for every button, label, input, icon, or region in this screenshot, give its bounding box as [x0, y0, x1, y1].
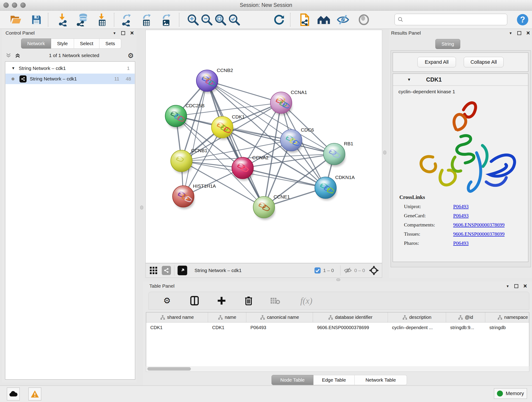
control-panel: Control Panel ▼ × Network Style Select S…: [2, 29, 137, 382]
cloud-status-button[interactable]: [7, 388, 20, 400]
cloud-icon: [9, 390, 18, 397]
table-hscrollbar[interactable]: [146, 366, 529, 372]
tab-style[interactable]: Style: [51, 38, 74, 49]
expand-all-button[interactable]: Expand All: [418, 57, 456, 67]
save-session-button[interactable]: [29, 12, 44, 27]
tab-sets[interactable]: Sets: [99, 38, 121, 49]
table-cell[interactable]: 9606.ENSP00000378699: [313, 322, 388, 332]
splitter-handle[interactable]: [140, 206, 143, 210]
network-canvas[interactable]: CCNB2CCNA1CDC25BCDK1CDC6RB1CCNB1CCNA2CDK…: [146, 30, 382, 263]
results-panel-close-button[interactable]: ×: [526, 31, 530, 35]
toolbar-separator: [340, 265, 341, 275]
show-view-button[interactable]: [356, 12, 371, 27]
status-bar: Memory: [0, 385, 532, 402]
tab-string[interactable]: String: [435, 39, 460, 49]
crosslink-label: Pharos:: [404, 240, 453, 246]
grid-view-icon[interactable]: [149, 266, 158, 274]
export-image-button[interactable]: [158, 12, 174, 27]
function-builder-icon[interactable]: f(x): [300, 296, 312, 306]
control-panel-close-button[interactable]: ×: [130, 31, 134, 35]
table-options-gear-icon[interactable]: ⚙: [163, 296, 171, 306]
add-column-icon[interactable]: [217, 296, 226, 306]
import-network-database-button[interactable]: [75, 12, 90, 27]
node-label: CCNA2: [252, 155, 268, 160]
home-button[interactable]: [316, 12, 331, 27]
crosslink-value-link[interactable]: 9606.ENSP00000378699: [453, 231, 505, 237]
export-image-icon: [160, 13, 172, 26]
table-row[interactable]: CDK1CDK1P064939606.ENSP00000378699cyclin…: [146, 322, 529, 332]
fit-selected-crosshair-icon[interactable]: [369, 266, 379, 275]
delete-table-icon[interactable]: [270, 297, 280, 305]
tab-edge-table[interactable]: Edge Table: [313, 375, 355, 385]
results-panel-menu-caret[interactable]: ▼: [509, 31, 512, 35]
column-header-namespace[interactable]: namespace: [485, 313, 529, 322]
selected-checkbox-icon[interactable]: [314, 267, 321, 274]
table-panel-close-button[interactable]: ×: [523, 284, 527, 288]
import-network-file-button[interactable]: [56, 12, 71, 27]
zoom-in-button[interactable]: [185, 12, 201, 27]
search-input[interactable]: [394, 14, 507, 25]
table-panel-float-button[interactable]: [514, 284, 518, 288]
control-panel-menu-caret[interactable]: ▼: [113, 31, 116, 35]
open-session-button[interactable]: [8, 12, 23, 27]
delete-column-trash-icon[interactable]: [244, 296, 253, 306]
hide-selected-button[interactable]: [336, 12, 351, 27]
collapse-all-chevrons-icon[interactable]: [6, 52, 12, 58]
help-button[interactable]: ?: [515, 12, 530, 27]
table-cell[interactable]: P06493: [246, 322, 313, 332]
crosslink-value-link[interactable]: P06493: [453, 204, 469, 210]
table-hscrollbar-thumb[interactable]: [147, 367, 191, 370]
zoom-in-icon: [187, 13, 199, 26]
column-header-description[interactable]: description: [388, 313, 446, 322]
tab-select[interactable]: Select: [74, 38, 99, 49]
table-cell[interactable]: stringdb: [485, 322, 529, 332]
splitter-handle[interactable]: [383, 151, 386, 154]
zoom-out-button[interactable]: [199, 12, 214, 27]
export-table-button[interactable]: [139, 12, 154, 27]
warnings-button[interactable]: [28, 388, 41, 400]
column-header-shared-name[interactable]: shared name: [146, 313, 208, 322]
refresh-button[interactable]: [272, 12, 287, 27]
collapse-all-button[interactable]: Collapse All: [464, 57, 504, 67]
network-graph[interactable]: CCNB2CCNA1CDC25BCDK1CDC6RB1CCNB1CCNA2CDK…: [146, 30, 382, 263]
tree-expander-icon[interactable]: ▼: [12, 66, 15, 70]
crosslink-value-link[interactable]: P06493: [453, 240, 469, 246]
column-header--id[interactable]: @id: [446, 313, 485, 322]
crosslink-value-link[interactable]: 9606.ENSP00000378699: [453, 222, 505, 228]
zoom-fit-button[interactable]: [213, 12, 228, 27]
splitter-handle[interactable]: [336, 279, 340, 281]
crosslink-row: Tissues:9606.ENSP00000378699: [399, 231, 528, 237]
crosslink-label: Uniprot:: [404, 204, 453, 210]
zoom-selected-button[interactable]: [227, 12, 242, 27]
network-type-icon: [19, 75, 27, 83]
tab-network[interactable]: Network: [21, 38, 51, 49]
table-panel-menu-caret[interactable]: ▼: [506, 284, 509, 288]
hidden-eye-slash-icon[interactable]: [344, 267, 352, 274]
network-tree-row-selected[interactable]: String Network – cdk1 11 48: [6, 74, 135, 84]
network-view-icon[interactable]: [162, 266, 171, 275]
birdseye-view-icon[interactable]: [177, 266, 187, 275]
show-columns-icon[interactable]: [190, 296, 199, 306]
table-cell[interactable]: CDK1: [146, 322, 208, 332]
protein-card-expander-icon[interactable]: ▼: [407, 77, 411, 82]
column-header-database-identifier[interactable]: database identifier: [313, 313, 388, 322]
memory-button[interactable]: Memory: [494, 388, 527, 399]
network-options-gear-icon[interactable]: ⚙: [128, 51, 134, 60]
column-header-name[interactable]: name: [208, 313, 246, 322]
expand-all-chevrons-icon[interactable]: [15, 52, 21, 58]
node-table[interactable]: shared namenamecanonical namedatabase id…: [146, 312, 529, 372]
column-header-canonical-name[interactable]: canonical name: [246, 313, 313, 322]
table-cell[interactable]: stringdb:9...: [446, 322, 485, 332]
results-panel-float-button[interactable]: [517, 31, 521, 35]
crosslink-value-link[interactable]: P06493: [453, 213, 469, 219]
tab-network-table[interactable]: Network Table: [355, 375, 407, 385]
export-network-button[interactable]: [119, 12, 134, 27]
tab-node-table[interactable]: Node Table: [272, 375, 313, 385]
control-panel-float-button[interactable]: [121, 31, 125, 35]
open-network-file-button[interactable]: [297, 12, 312, 27]
network-tree-root-row[interactable]: ▼ String Network – cdk1 1: [6, 63, 135, 74]
table-cell[interactable]: cyclin–dependent ...: [388, 322, 446, 332]
table-cell[interactable]: CDK1: [208, 322, 246, 332]
database-network-icon: [76, 13, 89, 26]
import-table-button[interactable]: [95, 12, 110, 27]
